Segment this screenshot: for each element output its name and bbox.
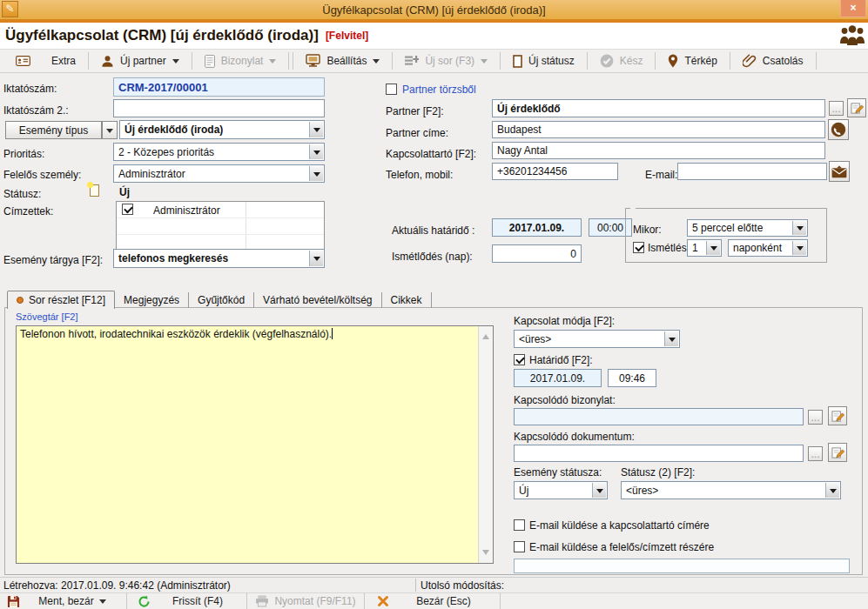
hatarido-date: 2017.01.09.: [530, 372, 585, 385]
bottombar-separator: [126, 592, 127, 609]
szovegtar-link[interactable]: Szövegtár [F2]: [16, 311, 78, 322]
toolbar-separator: [392, 52, 393, 70]
partner-label: Partner [F2]:: [386, 105, 444, 117]
contact-card-button[interactable]: [5, 50, 41, 71]
cimzettek-grid[interactable]: Adminisztrátor: [116, 201, 325, 251]
print-button[interactable]: Nyomtat (F9/F11): [249, 593, 362, 609]
dokumentum-edit-button[interactable]: [828, 443, 847, 462]
chevron-down-icon: [106, 129, 113, 137]
email-field[interactable]: [677, 163, 827, 180]
email-felelos-label: E-mail küldése a felelős/címzett részére: [529, 541, 714, 553]
monitor-icon: [306, 54, 320, 68]
prioritas-label: Prioritás:: [3, 148, 44, 160]
toolbar-separator: [587, 52, 588, 70]
close-button[interactable]: Bezár (Esc): [389, 593, 498, 609]
partner-field[interactable]: Új érdeklődő: [492, 99, 825, 117]
bizonylat-button[interactable]: Bizonylat: [194, 50, 287, 71]
tab-sor-reszlet[interactable]: Sor részlet [F12]: [7, 291, 115, 309]
page-title: Ügyfélkapcsolat (CRM) [új érdeklődő (iro…: [5, 27, 319, 44]
email-felelos-checkbox[interactable]: [514, 541, 525, 552]
scroll-up-icon: [482, 331, 489, 339]
ismetles-count-combo[interactable]: 1: [687, 239, 722, 257]
window-close-button[interactable]: ×: [840, 0, 866, 17]
cimzett-checkbox[interactable]: [122, 204, 133, 215]
printer-icon: [255, 595, 269, 607]
partner-edit-button[interactable]: [847, 98, 866, 117]
dropdown-arrow[interactable]: [592, 483, 606, 498]
esemeny-statusza-combo[interactable]: Új: [514, 481, 608, 499]
iktatoszam2-field[interactable]: [113, 99, 325, 117]
hatarido-checkbox[interactable]: [514, 354, 525, 365]
save-close-button[interactable]: Ment, bezár: [20, 593, 124, 609]
status-bar: Létrehozva: 2017.01.09. 9:46:42 (Adminis…: [0, 577, 868, 592]
settings-label: Beállítás: [326, 55, 367, 67]
dropdown-arrow[interactable]: [309, 251, 323, 266]
aktualis-hatarido-date-field[interactable]: 2017.01.09.: [492, 218, 582, 237]
new-partner-button[interactable]: Új partner: [91, 50, 190, 71]
gyakorisag-combo[interactable]: naponként: [728, 239, 808, 257]
document-icon: [205, 55, 215, 68]
ismetles-label: Ismétlés: [648, 242, 687, 254]
esemeny-statusza-value: Új: [519, 485, 528, 497]
felelos-combo[interactable]: Adminisztrátor: [113, 164, 325, 183]
dokumentum-browse-button[interactable]: ...: [808, 446, 823, 461]
hatarido-date-field[interactable]: 2017.01.09.: [514, 369, 602, 387]
call-button[interactable]: [828, 119, 849, 140]
email-extra-field[interactable]: [514, 559, 850, 573]
kapcsolodo-bizonylat-field[interactable]: [514, 408, 804, 425]
chevron-down-icon: [172, 59, 179, 67]
prioritas-combo[interactable]: 2 - Közepes prioritás: [113, 143, 325, 161]
dropdown-arrow[interactable]: [792, 241, 806, 255]
email-kapcsolattarto-checkbox[interactable]: [514, 519, 525, 531]
esemeny-tipus-button[interactable]: Esemény típus: [5, 121, 102, 139]
settings-button[interactable]: Beállítás: [295, 50, 390, 71]
last-modified-status: Utolsó módosítás:: [421, 579, 504, 592]
ismetles-checkbox[interactable]: [633, 242, 644, 253]
tab-cikkek[interactable]: Cikkek: [382, 292, 432, 308]
ismetlodes-field[interactable]: 0: [492, 244, 582, 263]
kapcsolattarto-field[interactable]: Nagy Antal: [492, 142, 825, 159]
new-row-label: Új sor (F3): [425, 55, 474, 67]
new-status-button[interactable]: Új státusz: [502, 50, 585, 71]
dropdown-arrow[interactable]: [706, 241, 720, 255]
bizonylat-browse-button[interactable]: ...: [808, 410, 823, 425]
esemeny-tipus-dropdown-button[interactable]: [102, 121, 118, 139]
dropdown-arrow[interactable]: [309, 166, 323, 181]
dropdown-arrow[interactable]: [664, 331, 678, 346]
chevron-down-icon: [269, 59, 276, 67]
kapcsolat-modja-combo[interactable]: <üres>: [514, 330, 680, 348]
new-row-button[interactable]: Új sor (F3): [394, 50, 498, 71]
dropdown-arrow[interactable]: [309, 122, 323, 137]
tab-gyujtokod[interactable]: Gyűjtőkód: [189, 292, 254, 308]
dropdown-arrow[interactable]: [825, 483, 839, 498]
done-button[interactable]: Kész: [589, 50, 654, 71]
refresh-button[interactable]: Frissít (F4): [151, 593, 245, 609]
telefon-field[interactable]: +36201234456: [492, 163, 618, 180]
ismetlodes-value: 0: [570, 248, 576, 260]
szoveg-textarea[interactable]: Telefonon hívott, irodatechnikai eszközö…: [16, 325, 494, 564]
kapcsolodo-dokumentum-field[interactable]: [514, 445, 804, 462]
partner-torzsbol-checkbox[interactable]: [386, 84, 397, 95]
map-button[interactable]: Térkép: [657, 50, 727, 71]
bizonylat-edit-button[interactable]: [828, 406, 847, 425]
dropdown-arrow[interactable]: [792, 221, 806, 235]
esemeny-targya-combo[interactable]: telefonos megkeresés: [113, 249, 325, 268]
attach-button[interactable]: Csatolás: [732, 50, 814, 71]
refresh-icon: [138, 595, 151, 608]
hatarido-time-field[interactable]: 09:46: [608, 369, 656, 387]
send-email-button[interactable]: [829, 161, 850, 182]
memo-scrollbar[interactable]: [478, 326, 493, 563]
kapcsolodo-bizonylat-label: Kapcsolódó bizonylat:: [514, 394, 616, 406]
dropdown-arrow[interactable]: [309, 144, 323, 159]
cimzett-row[interactable]: [117, 218, 324, 235]
iktatoszam-field[interactable]: CRM-2017/00001: [113, 77, 325, 97]
extra-button[interactable]: Extra: [41, 50, 86, 71]
mikor-combo[interactable]: 5 perccel előtte: [687, 219, 808, 237]
cimzett-row[interactable]: Adminisztrátor: [117, 202, 324, 218]
tab-megjegyzes[interactable]: Megjegyzés: [115, 292, 189, 308]
esemeny-tipus-combo[interactable]: Új érdeklődő (iroda): [119, 120, 325, 139]
tab-varhato-bevetel[interactable]: Várható bevétel/költség: [254, 292, 381, 308]
statusz2-combo[interactable]: <üres>: [621, 481, 841, 499]
partner-browse-button[interactable]: ...: [829, 101, 844, 116]
partner-cime-field[interactable]: Budapest: [492, 121, 825, 138]
